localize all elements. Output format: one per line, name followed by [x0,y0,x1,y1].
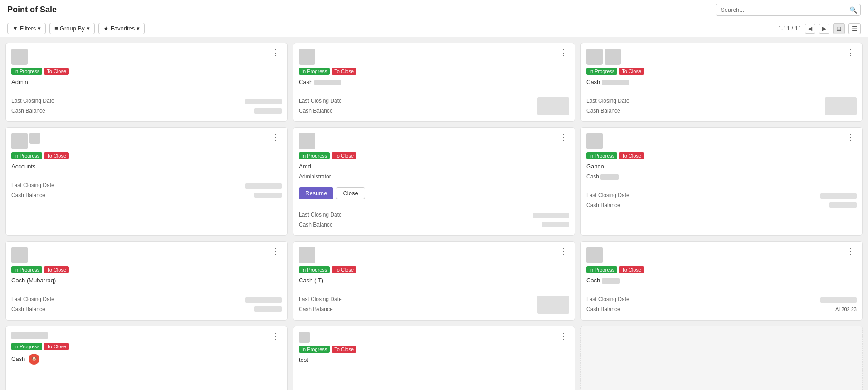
kebab-menu-5[interactable]: ⋮ [557,133,569,141]
card-name-2: Cash [299,79,569,85]
card-meta-2: Last Closing Date Cash Balance [299,96,342,116]
in-progress-badge-8: In Progress [299,266,330,273]
card-name-1: Admin [11,79,282,85]
pos-card-empty [580,326,863,390]
group-by-button[interactable]: ≡ Group By ▾ [49,23,95,34]
card-name-4: Accounts [11,163,282,170]
resume-button-5[interactable]: Resume [299,187,333,199]
cash-blurred-3 [602,80,629,85]
badge-row-8: In Progress To Close [299,266,569,273]
last-closing-label-8: Last Closing Date [299,295,342,305]
card-cash-row-10: Cash 🐶 [11,354,282,365]
card-meta-5: Last Closing Date Cash Balance [299,210,342,230]
filters-button[interactable]: ▼ Filters ▾ [7,23,46,34]
card-name-11: test [299,356,569,363]
in-progress-badge-6: In Progress [586,152,617,159]
kebab-menu-7[interactable]: ⋮ [270,247,282,255]
cash-text-10: Cash [11,355,25,362]
card-name-9: Cash [586,277,857,284]
filters-label: Filters [20,25,36,32]
badge-row-2: In Progress To Close [299,68,569,75]
in-progress-badge-4: In Progress [11,152,42,159]
favorites-label: Favorites [111,25,135,32]
closing-date-value-9 [820,297,857,303]
extra-value-9: AL202 23 [835,306,857,312]
kebab-menu-9[interactable]: ⋮ [845,247,857,255]
cash-balance-label-1: Cash Balance [11,106,54,116]
kebab-menu-11[interactable]: ⋮ [557,332,569,340]
closing-date-value-2 [537,97,569,115]
kebab-menu-1[interactable]: ⋮ [270,49,282,57]
card-values-2 [537,97,569,115]
to-close-badge-5: To Close [332,152,356,159]
kebab-menu-8[interactable]: ⋮ [557,247,569,255]
list-view-button[interactable]: ☰ [848,23,861,34]
pos-card-8: ⋮ In Progress To Close Cash (IT) Last Cl… [293,241,575,320]
card-meta-4: Last Closing Date Cash Balance [11,181,54,200]
favorites-button[interactable]: ★ Favorites ▾ [98,23,145,34]
kebab-menu-4[interactable]: ⋮ [270,133,282,141]
kebab-menu-3[interactable]: ⋮ [845,49,857,57]
pos-card-3: ⋮ In Progress To Close Cash Last Closing… [580,43,863,122]
card-header-3: ⋮ [586,49,857,65]
card-values-4 [245,183,282,198]
toolbar: ▼ Filters ▾ ≡ Group By ▾ ★ Favorites ▾ 1… [0,20,868,37]
avatar-3a [586,49,603,65]
two-avatars-8 [299,247,315,263]
to-close-badge-1: To Close [44,68,69,75]
last-closing-label-7: Last Closing Date [11,295,54,305]
card-avatar-row-9 [586,247,603,263]
pos-card-11: ⋮ In Progress To Close test [293,326,575,390]
card-header-9: ⋮ [586,247,857,263]
filters-chevron: ▾ [38,25,41,32]
avatar-1 [11,49,28,65]
cash-balance-label-2: Cash Balance [299,106,342,116]
badge-row-11: In Progress To Close [299,346,569,353]
cash-balance-value-6 [829,202,857,208]
cash-balance-value-5 [542,222,569,227]
closing-date-value-1 [245,99,282,104]
top-bar: Point of Sale 🔍 [0,0,868,20]
card-meta-3: Last Closing Date Cash Balance [586,96,629,116]
grid-view-button[interactable]: ⊞ [833,23,845,34]
card-values-6 [820,193,857,208]
close-button-5[interactable]: Close [336,187,365,199]
avatar-8a [299,247,315,263]
prev-page-button[interactable]: ◀ [805,24,815,34]
two-avatars-4 [11,133,40,149]
badge-row-4: In Progress To Close [11,152,282,159]
card-meta-7: Last Closing Date Cash Balance [11,295,54,314]
next-page-button[interactable]: ▶ [819,24,829,34]
cash-balance-label-3: Cash Balance [586,106,629,116]
card-meta-6: Last Closing Date Cash Balance [586,191,629,210]
card-name-7: Cash (Mubarraq) [11,277,282,284]
badge-row-5: In Progress To Close [299,152,569,159]
kebab-menu-6[interactable]: ⋮ [845,133,857,141]
avatar-5 [299,133,315,149]
sub-name-6: Cash [586,173,857,180]
kebab-menu-10[interactable]: ⋮ [270,332,282,340]
card-meta-9: Last Closing Date Cash Balance [586,295,629,314]
cash-avatar-icon-10: 🐶 [29,354,39,365]
closing-date-value-4 [245,183,282,189]
kebab-menu-2[interactable]: ⋮ [557,49,569,57]
in-progress-badge-5: In Progress [299,152,330,159]
search-container: 🔍 [716,4,861,16]
search-button[interactable]: 🔍 [849,6,857,14]
card-header-5: ⋮ [299,133,569,149]
in-progress-badge-10: In Progress [11,343,42,350]
card-bottom-3: Last Closing Date Cash Balance [586,96,857,116]
card-bottom-7: Last Closing Date Cash Balance [11,295,282,314]
avatar-2 [299,49,315,65]
card-name-3: Cash [586,79,857,85]
card-name-5: Amd [299,163,569,170]
card-header-11: ⋮ [299,332,569,343]
search-input[interactable] [716,4,861,16]
cash-balance-value-4 [254,193,282,198]
group-by-label: Group By [60,25,85,32]
card-avatar-row-3 [586,49,621,65]
cash-balance-value-1 [254,108,282,114]
avatar-4a [11,133,28,149]
card-avatar-row-4 [11,133,40,149]
to-close-badge-9: To Close [619,266,644,273]
